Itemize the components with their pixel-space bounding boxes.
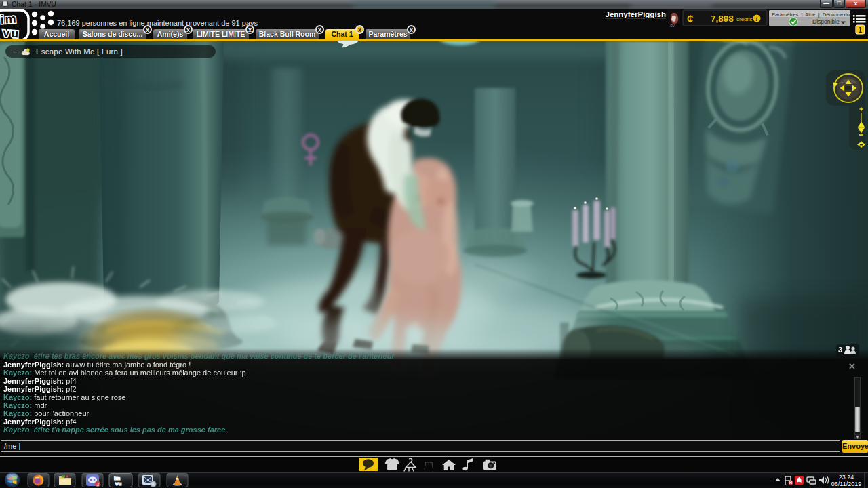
svg-text:JennyferPiggish: JennyferPiggish <box>606 10 666 18</box>
svg-text:.OVI: .OVI <box>669 24 675 28</box>
svg-text:im: im <box>0 12 18 26</box>
svg-text:7,898: 7,898 <box>711 14 734 24</box>
svg-text:vu: vu <box>115 481 121 487</box>
svg-text:₵: ₵ <box>687 14 694 24</box>
svg-text:3: 3 <box>97 482 100 487</box>
svg-text:Paramètres | Aide | Déconn: Paramètres | Aide | Déconnexion <box>772 12 852 18</box>
svg-text:Disponible: Disponible <box>812 18 840 25</box>
svg-text:76,169 personnes en ligne main: 76,169 personnes en ligne maintenant pro… <box>57 19 258 27</box>
svg-text:credits: credits <box>736 16 753 22</box>
